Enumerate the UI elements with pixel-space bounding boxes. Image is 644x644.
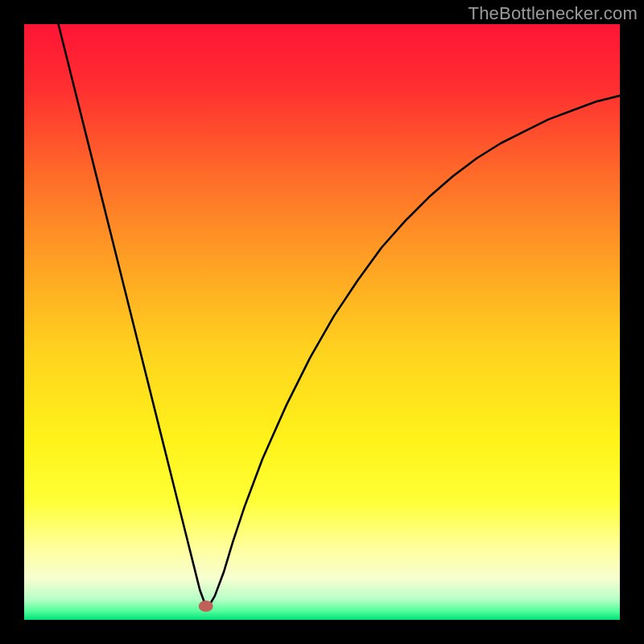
minimum-marker [199,601,213,612]
chart-svg [24,24,620,620]
plot-area [24,24,620,620]
gradient-background [24,24,620,620]
chart-frame: TheBottlenecker.com [0,0,644,644]
watermark-text: TheBottlenecker.com [469,3,638,24]
